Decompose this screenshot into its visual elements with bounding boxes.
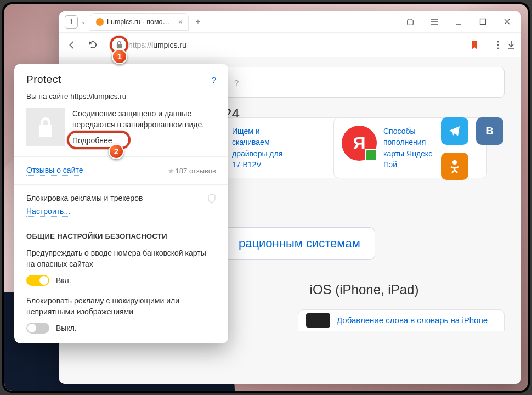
url-scheme: https:// [128,41,151,49]
category-button[interactable]: рационным системам [224,227,375,260]
collections-icon[interactable] [404,15,417,29]
section-heading-ios: iOS (iPhone, iPad) [224,282,505,297]
kebab-menu-icon[interactable] [497,41,499,49]
details-link[interactable]: 2 Подробнее [72,135,112,146]
reviews-row: Отзывы о сайте ★187 отзывов [26,166,216,176]
tab-overflow-chevron[interactable]: ⌄ [81,19,86,25]
back-button[interactable] [65,38,79,52]
connection-section: Соединение защищено и данные передаются … [26,108,216,146]
connection-lock-icon [26,108,65,146]
block-shock-desc: Блокировать рекламу с шокирующими или не… [26,296,216,317]
svg-point-4 [497,47,499,49]
reviews-count: ★187 отзывов [168,167,216,175]
toggle-state-label: Вкл. [56,276,71,285]
ok-button[interactable] [441,153,468,180]
reviews-link[interactable]: Отзывы о сайте [26,166,83,176]
maximize-button[interactable] [476,15,489,29]
social-links: B [441,117,503,180]
card-text: Ищем и скачиваем драйверы для 17 B12V [232,126,282,170]
article-link-text: Добавление слова в словарь на iPhone [337,315,488,325]
reload-button[interactable] [86,38,100,52]
callout-badge-1: 1 [112,49,127,64]
search-placeholder-tail: ? [234,78,239,87]
favicon-icon [96,18,104,26]
card-text: Способы пополнения карты Яндекс Пэй [383,126,432,170]
site-security-button[interactable]: 1 [113,39,125,51]
warn-card-toggle[interactable] [26,275,49,286]
help-button[interactable]: ? [212,75,216,84]
protect-popup: Protect ? Вы на сайте https://lumpics.ru… [14,64,228,343]
telegram-button[interactable] [441,117,468,145]
url-field[interactable]: 1 https:// lumpics.ru [106,36,485,54]
divider [14,184,228,185]
connection-text: Соединение защищено и данные передаются … [72,108,216,131]
url-host: lumpics.ru [151,41,186,49]
site-search-input[interactable]: ? [224,67,505,98]
yandex-app-icon: Я [342,126,377,161]
popup-site-line: Вы на сайте https://lumpics.ru [26,92,216,100]
warn-card-desc: Предупреждать о вводе номера банковской … [26,248,216,269]
close-tab-icon[interactable]: × [178,18,183,26]
adblock-heading: Блокировка рекламы и трекеров [26,194,216,202]
article-card-ios[interactable]: Добавление слова в словарь на iPhone [298,309,505,331]
tab-title: Lumpics.ru - помощь с [107,18,174,26]
active-tab[interactable]: Lumpics.ru - помощь с × [90,13,189,31]
svg-point-3 [497,44,499,46]
star-icon: ★ [168,167,174,175]
downloads-icon[interactable] [507,41,516,49]
tab-bar: 1 ⌄ Lumpics.ru - помощь с × + [59,11,521,33]
article-thumb [306,313,330,328]
close-window-button[interactable] [500,15,513,29]
menu-icon[interactable] [428,15,441,29]
shield-icon [207,194,216,204]
security-section-heading: ОБЩИЕ НАСТРОЙКИ БЕЗОПАСНОСТИ [26,232,216,240]
block-shock-toggle[interactable] [26,323,49,334]
vk-button[interactable]: B [476,117,503,145]
callout-badge-2: 2 [109,144,124,159]
configure-link[interactable]: Настроить... [26,207,70,217]
new-tab-button[interactable]: + [191,15,205,29]
bookmark-icon[interactable] [471,41,478,49]
tab-counter-button[interactable]: 1 [65,15,78,29]
svg-rect-0 [408,20,414,25]
toggle-state-label: Выкл. [56,324,77,332]
svg-point-2 [497,41,499,42]
svg-rect-1 [480,19,485,25]
minimize-button[interactable] [452,15,465,29]
svg-point-5 [452,160,457,165]
address-bar: 1 https:// lumpics.ru [59,33,521,57]
popup-title: Protect [26,74,61,86]
